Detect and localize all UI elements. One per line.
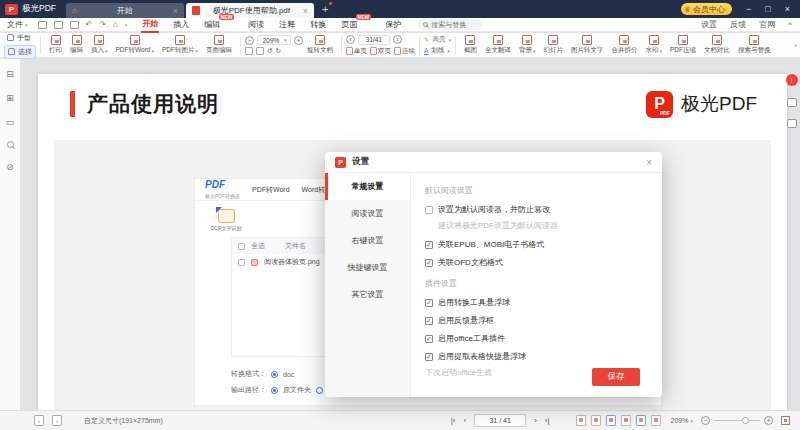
- menu-item-annotate[interactable]: 注释: [278, 17, 296, 32]
- collapse-toolbar-icon[interactable]: ^: [788, 20, 792, 29]
- zoom-out-icon[interactable]: −: [245, 36, 254, 45]
- fullscreen-icon[interactable]: [781, 416, 790, 425]
- zoom-level-input[interactable]: [258, 37, 284, 44]
- save-icon[interactable]: [54, 21, 63, 29]
- zoom-level-box[interactable]: ▾: [257, 35, 291, 45]
- open-folder-icon[interactable]: [38, 21, 47, 29]
- status-zoom[interactable]: 209% ▾: [671, 417, 693, 424]
- menu-item-protect[interactable]: 保护: [384, 17, 402, 32]
- close-icon[interactable]: ×: [303, 6, 308, 16]
- search-panel-icon[interactable]: [7, 141, 14, 148]
- compare-button[interactable]: 文档对比: [700, 35, 734, 55]
- view-mode-3-icon[interactable]: [606, 415, 616, 426]
- zoom-in-icon[interactable]: +: [764, 416, 773, 425]
- view-mode-2-icon[interactable]: [591, 415, 601, 426]
- checkbox-checked-icon[interactable]: ✓: [425, 317, 433, 325]
- menu-item-convert[interactable]: 转换: [309, 17, 327, 32]
- feedback-link[interactable]: 反馈: [730, 19, 746, 30]
- translate-button[interactable]: 全文翻译: [481, 35, 515, 55]
- close-icon[interactable]: ×: [173, 6, 178, 16]
- default-reader-option[interactable]: 设置为默认阅读器，并防止篡改: [425, 204, 648, 215]
- fit-page-icon[interactable]: [256, 47, 264, 55]
- last-page-icon[interactable]: ›|: [545, 416, 550, 425]
- fit-width-icon[interactable]: [245, 47, 253, 55]
- menu-item-start[interactable]: 开始: [141, 16, 159, 33]
- file-menu[interactable]: 文件 ▾: [7, 19, 28, 30]
- maximize-button[interactable]: □: [765, 4, 770, 14]
- next-view-icon[interactable]: ›: [52, 415, 62, 426]
- select-tool-button[interactable]: 选择: [4, 45, 36, 59]
- search-box[interactable]: [418, 19, 482, 30]
- page-nav-box[interactable]: [358, 35, 390, 45]
- highlight-button[interactable]: ✎ 高亮 ▾: [424, 35, 451, 44]
- status-page-box[interactable]: [474, 414, 526, 427]
- vip-center-button[interactable]: ♛ 会员中心: [681, 3, 732, 15]
- search-replace-button[interactable]: 搜索与替换: [734, 35, 775, 55]
- zoom-slider[interactable]: [714, 420, 760, 421]
- new-tab-button[interactable]: +: [322, 3, 328, 15]
- watermark-button[interactable]: 水印▾: [641, 35, 666, 55]
- status-page-input[interactable]: [475, 415, 525, 426]
- screenshot-button[interactable]: 截图: [460, 35, 481, 55]
- menu-item-read[interactable]: 阅读: [247, 17, 265, 32]
- outline-icon[interactable]: ⊟: [6, 69, 14, 79]
- view-mode-5-icon[interactable]: [636, 415, 646, 426]
- continuous-button[interactable]: 连续: [394, 47, 415, 56]
- redo-icon[interactable]: ↷: [99, 20, 106, 29]
- checkbox-checked-icon[interactable]: ✓: [425, 259, 433, 267]
- dialog-tab-reading[interactable]: 阅读设置: [325, 200, 410, 227]
- menu-item-page[interactable]: 页面 NEW: [340, 17, 358, 32]
- insert-button[interactable]: 插入▾: [87, 35, 112, 55]
- ofd-option[interactable]: ✓ 关联OFD文档格式: [425, 257, 648, 268]
- checkbox-checked-icon[interactable]: ✓: [425, 335, 433, 343]
- attachment-icon[interactable]: ⊘: [6, 162, 14, 172]
- next-page-icon[interactable]: ›: [393, 35, 402, 44]
- feedback-float-option[interactable]: ✓ 启用反馈悬浮框: [425, 315, 648, 326]
- office-plugin-option[interactable]: ✓ 启用office工具插件: [425, 333, 648, 344]
- next-page-icon[interactable]: ›: [534, 416, 537, 425]
- hand-tool-button[interactable]: 手型: [4, 32, 36, 44]
- merge-split-button[interactable]: 合并拆分: [607, 35, 641, 55]
- page-nav-input[interactable]: [359, 36, 389, 43]
- rotate-document-button[interactable]: 旋转文档: [303, 35, 337, 55]
- background-button[interactable]: 背景▾: [515, 35, 540, 55]
- single-page-button[interactable]: 单页: [346, 47, 367, 56]
- comments-icon[interactable]: ▭: [6, 117, 15, 127]
- home-icon[interactable]: ⌂: [113, 20, 118, 29]
- website-link[interactable]: 官网: [759, 19, 775, 30]
- checkbox-checked-icon[interactable]: ✓: [425, 353, 433, 361]
- underline-button[interactable]: A 划线 ▾: [424, 46, 451, 55]
- minimize-button[interactable]: −: [746, 4, 751, 14]
- pdf-to-word-button[interactable]: PDF转Word▾: [112, 35, 158, 55]
- rotate-left-icon[interactable]: ↺: [267, 47, 272, 55]
- menu-item-insert[interactable]: 插入: [172, 17, 190, 32]
- toolbar-more-icon[interactable]: ›: [794, 41, 797, 50]
- view-mode-4-icon[interactable]: [621, 415, 631, 426]
- print-icon[interactable]: [70, 21, 79, 29]
- undo-icon[interactable]: ↶: [86, 20, 93, 29]
- doc-float-icon[interactable]: [787, 119, 797, 128]
- settings-link[interactable]: 设置: [701, 19, 717, 30]
- slideshow-button[interactable]: 幻灯片: [539, 35, 567, 55]
- dialog-tab-shortcuts[interactable]: 快捷键设置: [325, 254, 410, 281]
- vip-float-icon[interactable]: !: [786, 74, 798, 86]
- dialog-tab-other[interactable]: 其它设置: [325, 281, 410, 308]
- dialog-tab-general[interactable]: 常规设置: [325, 173, 410, 200]
- zoom-slider-knob[interactable]: [742, 417, 749, 424]
- rotate-right-icon[interactable]: ↻: [275, 47, 280, 55]
- pdf-to-image-button[interactable]: PDF转图片▾: [158, 35, 202, 55]
- page-edit-button[interactable]: 页面编辑: [202, 35, 236, 55]
- checkbox-checked-icon[interactable]: ✓: [425, 241, 433, 249]
- prev-page-icon[interactable]: ‹: [463, 416, 466, 425]
- first-page-icon[interactable]: |‹: [451, 416, 456, 425]
- menu-item-edit[interactable]: 编辑 NEW: [203, 17, 221, 32]
- table-extract-option[interactable]: ✓ 启用提取表格快捷悬浮球: [425, 351, 648, 362]
- search-input[interactable]: [431, 21, 477, 28]
- ocr-button[interactable]: 图片转文字: [567, 35, 608, 55]
- chevron-down-icon[interactable]: ▾: [125, 22, 128, 28]
- print-button[interactable]: 打印: [45, 35, 66, 55]
- edit-button[interactable]: 编辑: [66, 35, 87, 55]
- double-page-button[interactable]: 双页: [370, 47, 391, 56]
- dialog-tab-rightclick[interactable]: 右键设置: [325, 227, 410, 254]
- feedback-float-icon[interactable]: [787, 98, 797, 107]
